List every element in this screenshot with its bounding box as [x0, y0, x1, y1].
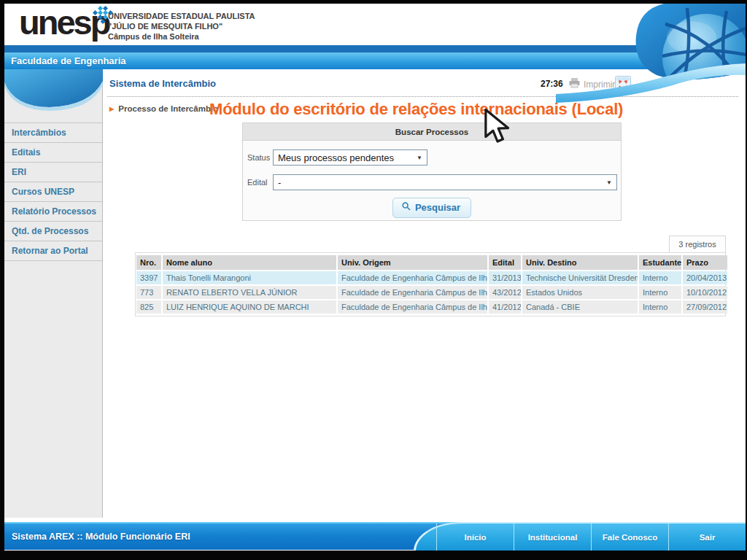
university-line-1: UNIVERSIDADE ESTADUAL PAULISTA — [108, 11, 255, 21]
page-heading: Módulo do escritório de relações interna… — [209, 100, 623, 119]
cell-nome: Thais Tonelli Marangoni — [163, 271, 338, 284]
sidebar-item-editais[interactable]: Editais — [4, 143, 102, 163]
column-header-edital: Edital — [489, 255, 522, 270]
breadcrumb-arrow-icon: ▶ — [109, 106, 114, 112]
process-table: Nro.Nome alunoUniv. OrigemEditalUniv. De… — [135, 252, 726, 316]
sidebar-item-eri[interactable]: ERI — [4, 163, 102, 182]
edital-select-value: - — [278, 177, 281, 188]
application-window: unesp UNIVERSI — [4, 4, 746, 551]
faculty-bar: Faculdade de Engenharia — [4, 52, 746, 69]
sidebar-item-retornar-ao-portal[interactable]: Retornar ao Portal — [4, 241, 102, 261]
dotted-divider — [107, 96, 738, 97]
print-button[interactable]: Imprimir — [568, 78, 615, 90]
cell-nome: LUIZ HENRIQUE AQUINO DE MARCHI — [163, 300, 338, 314]
search-form: Buscar Processos Status Meus processos p… — [242, 122, 622, 221]
blue-divider-bar — [4, 45, 746, 52]
sidebar-item-qtd-de-processos[interactable]: Qtd. de Processos — [4, 222, 102, 241]
sidebar-menu: IntercâmbiosEditaisERICursos UNESPRelató… — [4, 122, 102, 261]
university-line-2: "JÚLIO DE MESQUITA FILHO" — [108, 21, 255, 31]
system-title: Sistema de Intercâmbio — [109, 78, 216, 89]
table-header-row: Nro.Nome alunoUniv. OrigemEditalUniv. De… — [136, 255, 727, 270]
cell-origem: Faculdade de Engenharia Câmpus de Ilha S… — [338, 300, 489, 314]
university-line-3: Câmpus de Ilha Solteira — [108, 31, 255, 42]
sidebar: IntercâmbiosEditaisERICursos UNESPRelató… — [4, 69, 103, 518]
footer-bar: Sistema AREX :: Módulo Funcionário ERI I… — [4, 522, 746, 550]
status-select-value: Meus processos pendentes — [278, 152, 394, 163]
cell-nro: 3397 — [136, 271, 163, 284]
table-row[interactable]: 773RENATO ELBERTO VELLA JÚNIORFaculdade … — [136, 286, 727, 299]
sidebar-item-cursos-unesp[interactable]: Cursos UNESP — [4, 182, 102, 202]
cell-destino: Estados Unidos — [522, 286, 639, 299]
slide-frame: unesp UNIVERSI — [0, 0, 747, 560]
footer-link-sair[interactable]: Sair — [668, 524, 746, 551]
cell-edital: 41/2012 — [489, 300, 522, 314]
search-icon — [402, 202, 411, 213]
cell-nro: 773 — [136, 286, 163, 299]
breadcrumb-label: Processo de Intercâmbio — [118, 104, 218, 113]
cell-prazo: 10/10/2012 — [683, 286, 727, 299]
sidebar-wave-graphic — [4, 69, 103, 114]
table-row[interactable]: 3397Thais Tonelli MarangoniFaculdade de … — [136, 271, 727, 284]
form-title: Buscar Processos — [243, 123, 621, 141]
cell-estudante: Interno — [639, 286, 683, 299]
cell-estudante: Interno — [639, 271, 683, 284]
sidebar-item-relatorio-processos[interactable]: Relatório Processos — [4, 202, 102, 222]
chevron-down-icon: ▼ — [606, 179, 612, 186]
column-header-prazo: Prazo — [683, 255, 727, 270]
edital-label: Edital — [247, 178, 268, 187]
footer-link-inicio[interactable]: Início — [436, 524, 514, 551]
main-area: IntercâmbiosEditaisERICursos UNESPRelató… — [4, 69, 746, 518]
records-count-badge: 3 registros — [669, 236, 726, 252]
edital-select[interactable]: - ▼ — [273, 174, 617, 190]
cell-destino: Technische Universität Dresden — [522, 271, 639, 284]
column-header-nome-aluno: Nome aluno — [163, 255, 338, 270]
footer-system-label: Sistema AREX :: Módulo Funcionário ERI — [12, 524, 190, 550]
cell-nro: 825 — [136, 300, 163, 314]
session-clock: 27:36 — [541, 79, 563, 89]
cell-nome: RENATO ELBERTO VELLA JÚNIOR — [163, 286, 338, 299]
chevron-down-icon: ▼ — [417, 155, 422, 161]
status-label: Status — [247, 153, 270, 162]
printer-icon — [568, 78, 581, 90]
print-label: Imprimir — [584, 79, 615, 90]
cell-destino: Canadá - CBIE — [522, 300, 639, 314]
column-header-estudante: Estudante — [639, 255, 683, 270]
column-header-univ-origem: Univ. Origem — [338, 255, 489, 270]
breadcrumb[interactable]: ▶ Processo de Intercâmbio — [109, 104, 218, 113]
cell-edital: 43/2012 — [489, 286, 522, 299]
app-header: unesp UNIVERSI — [4, 4, 746, 45]
footer-links: InícioInstitucionalFale ConoscoSair — [436, 524, 746, 551]
table-body: 3397Thais Tonelli MarangoniFaculdade de … — [136, 271, 727, 314]
column-header-nro: Nro. — [136, 255, 163, 270]
cell-edital: 31/2013 — [489, 271, 522, 284]
cell-origem: Faculdade de Engenharia Câmpus de Ilha S… — [338, 271, 489, 284]
table-row[interactable]: 825LUIZ HENRIQUE AQUINO DE MARCHIFaculda… — [136, 300, 727, 314]
footer-nav: InícioInstitucionalFale ConoscoSair — [414, 522, 746, 551]
content-panel: Sistema de Intercâmbio 27:36 Imprimir — [103, 69, 746, 518]
search-button-label: Pesquisar — [415, 202, 460, 213]
cell-prazo: 20/04/2013 — [683, 271, 727, 284]
fullscreen-icon[interactable] — [615, 76, 631, 95]
university-name: UNIVERSIDADE ESTADUAL PAULISTA "JÚLIO DE… — [108, 11, 255, 42]
search-button[interactable]: Pesquisar — [392, 198, 471, 218]
mouse-cursor — [482, 108, 513, 147]
cell-origem: Faculdade de Engenharia Câmpus de Ilha S… — [338, 286, 489, 299]
cell-estudante: Interno — [639, 300, 683, 314]
cell-prazo: 27/09/2012 — [683, 300, 727, 314]
column-header-univ-destino: Univ. Destino — [522, 255, 639, 270]
footer-link-institucional[interactable]: Institucional — [514, 524, 591, 551]
status-select[interactable]: Meus processos pendentes ▼ — [273, 149, 427, 166]
footer-link-fale-conosco[interactable]: Fale Conosco — [591, 524, 668, 551]
sidebar-item-intercambios[interactable]: Intercâmbios — [4, 123, 102, 143]
